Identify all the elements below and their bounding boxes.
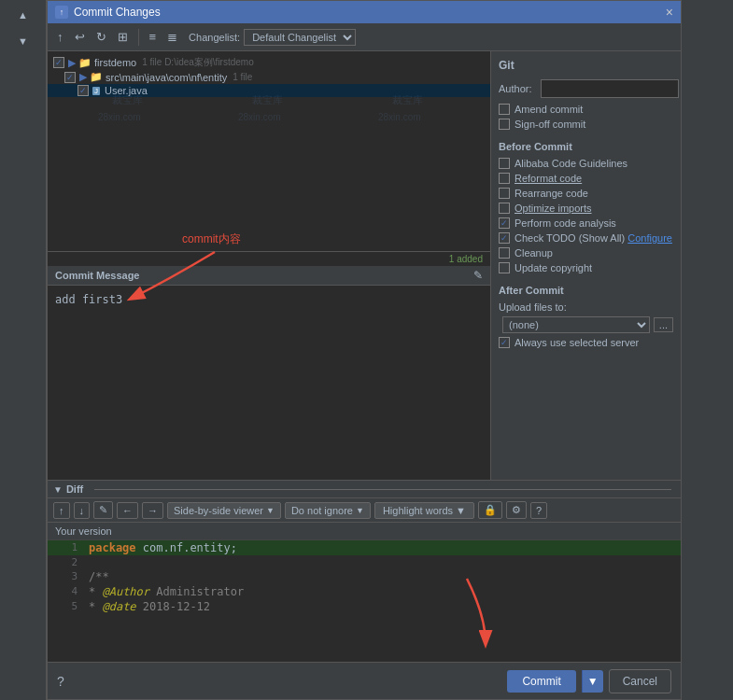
always-use-checkbox[interactable]: ✓ <box>499 337 510 348</box>
cleanup-label: Cleanup <box>515 247 553 259</box>
commit-message-input[interactable]: add first3 <box>48 286 490 480</box>
commit-button[interactable]: Commit <box>507 670 575 693</box>
optimize-row[interactable]: Optimize imports <box>499 203 673 214</box>
diff-highlight-btn[interactable]: Highlight words ▼ <box>374 502 474 519</box>
always-use-label: Always use selected server <box>515 337 639 348</box>
comment-4: * <box>89 585 102 598</box>
code-text-1: com.nf.entity; <box>143 541 237 554</box>
git-author-input[interactable] <box>541 79 679 98</box>
alibaba-row[interactable]: Alibaba Code Guidelines <box>499 158 673 169</box>
reformat-checkbox[interactable] <box>499 173 510 184</box>
cancel-button[interactable]: Cancel <box>609 669 671 693</box>
left-sidebar: ▲ ▼ <box>0 0 47 700</box>
file-checkbox[interactable]: ✓ <box>78 85 89 96</box>
date-val-5: 2018-12-12 <box>136 600 210 613</box>
upload-row: Upload files to: <box>499 301 673 313</box>
sidebar-up-btn[interactable]: ▲ <box>8 4 38 26</box>
diff-ignore-arrow: ▼ <box>356 506 364 515</box>
toolbar-list-btn[interactable]: ≡ <box>146 28 161 46</box>
diff-up-btn[interactable]: ↑ <box>53 502 70 519</box>
sidebar-down-btn[interactable]: ▼ <box>8 30 38 52</box>
tree-item-project[interactable]: ✓ ▶ 📁 firstdemo 1 file D:\idea案例\firstde… <box>48 55 490 70</box>
optimize-checkbox[interactable] <box>499 203 510 214</box>
perform-label: Perform code analysis <box>515 217 616 229</box>
diff-collapse-btn[interactable]: ▼ <box>53 484 63 495</box>
configure-link[interactable]: Configure <box>627 232 672 244</box>
alibaba-label: Alibaba Code Guidelines <box>515 158 627 169</box>
signoff-commit-row[interactable]: Sign-off commit <box>499 119 673 130</box>
diff-gear-btn[interactable]: ⚙ <box>506 501 527 519</box>
diff-back-btn[interactable]: ← <box>117 502 138 519</box>
line-content-3: /** <box>89 570 109 583</box>
diff-toolbar: ↑ ↓ ✎ ← → Side-by-side viewer ▼ Do not i… <box>48 498 681 523</box>
updatecopyright-checkbox[interactable] <box>499 262 510 273</box>
title-bar-left: ↑ Commit Changes <box>55 6 161 19</box>
bottom-help-icon[interactable]: ? <box>57 674 64 689</box>
git-section-title: Git <box>499 59 673 72</box>
rearrange-checkbox[interactable] <box>499 188 510 199</box>
java-file-icon: J <box>92 87 100 95</box>
diff-down-btn[interactable]: ↓ <box>74 502 91 519</box>
line-num-2: 2 <box>55 556 78 568</box>
line-content-1: package com.nf.entity; <box>89 541 237 554</box>
diff-ignore-label: Do not ignore <box>291 505 353 516</box>
upload-btn[interactable]: ... <box>654 317 673 332</box>
upload-label: Upload files to: <box>499 301 567 313</box>
added-count: 1 added <box>449 254 483 264</box>
diff-ignore-btn[interactable]: Do not ignore ▼ <box>285 502 371 519</box>
signoff-checkbox[interactable] <box>499 119 510 130</box>
alibaba-checkbox[interactable] <box>499 158 510 169</box>
checktodo-label: Check TODO (Show All) Configure <box>515 232 672 244</box>
git-author-field: Author: <box>499 79 673 98</box>
commit-dropdown-btn[interactable]: ▼ <box>582 670 603 693</box>
diff-viewer-arrow: ▼ <box>266 506 275 515</box>
checktodo-row[interactable]: ✓ Check TODO (Show All) Configure <box>499 232 673 244</box>
commit-message-edit-icon[interactable]: ✎ <box>473 269 483 282</box>
package-checkbox[interactable]: ✓ <box>64 72 76 83</box>
diff-line-3: 3 /** <box>48 569 681 584</box>
reformat-row[interactable]: Reformat code <box>499 173 673 184</box>
tree-item-package[interactable]: ✓ ▶ 📁 src\main\java\com\nf\entity 1 file <box>48 70 490 84</box>
toolbar-separator <box>138 29 139 46</box>
toolbar-redo-btn[interactable]: ↻ <box>92 28 110 46</box>
commit-message-header: Commit Message ✎ <box>48 266 490 286</box>
toolbar-undo-btn[interactable]: ↩ <box>71 28 89 46</box>
commit-message-section: Commit Message ✎ add first3 <box>48 266 490 480</box>
perform-row[interactable]: ✓ Perform code analysis <box>499 217 673 229</box>
cleanup-row[interactable]: Cleanup <box>499 247 673 259</box>
amend-checkbox[interactable] <box>499 104 510 115</box>
always-use-row[interactable]: ✓ Always use selected server <box>499 337 673 348</box>
perform-checkbox[interactable]: ✓ <box>499 217 510 229</box>
diff-highlight-arrow: ▼ <box>456 505 466 516</box>
diff-lock-btn[interactable]: 🔒 <box>478 501 502 519</box>
after-commit-title: After Commit <box>499 285 673 296</box>
updatecopyright-row[interactable]: Update copyright <box>499 262 673 273</box>
signoff-label: Sign-off commit <box>515 119 585 130</box>
diff-edit-btn[interactable]: ✎ <box>93 501 113 519</box>
toolbar-up-btn[interactable]: ↑ <box>53 28 67 46</box>
diff-fwd-btn[interactable]: → <box>142 502 163 519</box>
toolbar-list2-btn[interactable]: ≣ <box>163 28 181 46</box>
changelist-select[interactable]: Default Changelist <box>244 29 356 46</box>
reformat-label: Reformat code <box>515 173 582 184</box>
package-info: 1 file <box>233 72 252 82</box>
file-name: User.java <box>105 85 148 96</box>
tree-item-file[interactable]: ✓ J User.java <box>48 84 490 97</box>
amend-commit-row[interactable]: Amend commit <box>499 104 673 115</box>
diff-line-2: 2 <box>48 555 681 569</box>
diff-header: ▼ Diff <box>48 481 681 498</box>
author-val-4: Administrator <box>149 585 244 598</box>
commit-message-label: Commit Message <box>55 270 139 281</box>
diff-help-btn[interactable]: ? <box>530 502 547 519</box>
checktodo-checkbox[interactable]: ✓ <box>499 232 510 244</box>
dialog-title: Commit Changes <box>74 6 161 19</box>
rearrange-row[interactable]: Rearrange code <box>499 188 673 199</box>
close-button[interactable]: × <box>666 5 673 20</box>
upload-select[interactable]: (none) <box>502 316 650 333</box>
toolbar-grid-btn[interactable]: ⊞ <box>114 28 132 46</box>
diff-viewer-btn[interactable]: Side-by-side viewer ▼ <box>167 502 281 519</box>
cleanup-checkbox[interactable] <box>499 247 510 259</box>
changelist-label: Changelist: <box>189 32 240 43</box>
line-num-5: 5 <box>55 600 78 613</box>
project-checkbox[interactable]: ✓ <box>53 57 64 68</box>
